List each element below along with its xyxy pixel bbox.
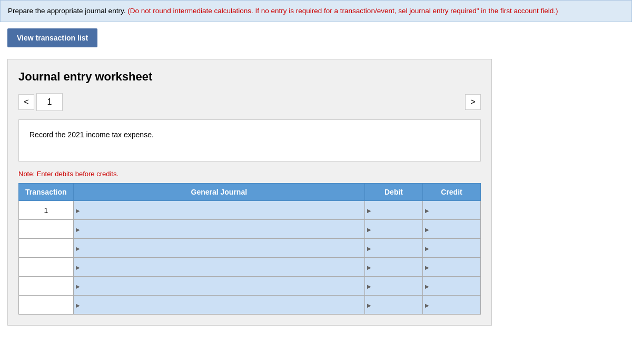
debit-cell[interactable] bbox=[365, 258, 423, 277]
transaction-cell bbox=[19, 258, 74, 277]
credit-cell[interactable] bbox=[423, 277, 481, 296]
toolbar: View transaction list bbox=[0, 22, 632, 54]
credit-cell[interactable] bbox=[423, 220, 481, 239]
general-journal-input[interactable] bbox=[74, 280, 364, 292]
col-header-transaction: Transaction bbox=[19, 184, 74, 201]
credit-input[interactable] bbox=[423, 242, 480, 254]
col-header-debit: Debit bbox=[365, 184, 423, 201]
table-row bbox=[19, 239, 481, 258]
credit-cell[interactable] bbox=[423, 296, 481, 315]
col-header-credit: Credit bbox=[423, 184, 481, 201]
general-journal-cell[interactable] bbox=[73, 296, 364, 315]
col-header-general-journal: General Journal bbox=[73, 184, 364, 201]
credit-cell[interactable] bbox=[423, 201, 481, 220]
table-row bbox=[19, 277, 481, 296]
instruction-main-text: Prepare the appropriate journal entry. bbox=[8, 7, 127, 15]
debit-input[interactable] bbox=[365, 204, 422, 216]
view-transaction-button[interactable]: View transaction list bbox=[7, 28, 97, 47]
prev-page-button[interactable]: < bbox=[18, 94, 34, 110]
table-row bbox=[19, 296, 481, 315]
credit-input[interactable] bbox=[423, 204, 480, 216]
current-page-box: 1 bbox=[36, 93, 63, 111]
table-row bbox=[19, 220, 481, 239]
credit-input[interactable] bbox=[423, 223, 480, 235]
general-journal-cell[interactable] bbox=[73, 220, 364, 239]
transaction-cell: 1 bbox=[19, 201, 74, 220]
general-journal-cell[interactable] bbox=[73, 258, 364, 277]
note-text: Note: Enter debits before credits. bbox=[18, 170, 481, 178]
debit-cell[interactable] bbox=[365, 201, 423, 220]
general-journal-input[interactable] bbox=[74, 242, 364, 254]
credit-input[interactable] bbox=[423, 261, 480, 273]
worksheet-title: Journal entry worksheet bbox=[18, 70, 481, 84]
general-journal-input[interactable] bbox=[74, 261, 364, 273]
debit-input[interactable] bbox=[365, 280, 422, 292]
credit-cell[interactable] bbox=[423, 239, 481, 258]
debit-cell[interactable] bbox=[365, 239, 423, 258]
journal-table: Transaction General Journal Debit Credit… bbox=[18, 183, 481, 315]
debit-input[interactable] bbox=[365, 242, 422, 254]
transaction-cell bbox=[19, 296, 74, 315]
next-page-button[interactable]: > bbox=[465, 94, 481, 110]
table-row bbox=[19, 258, 481, 277]
debit-cell[interactable] bbox=[365, 277, 423, 296]
debit-cell[interactable] bbox=[365, 220, 423, 239]
debit-input[interactable] bbox=[365, 299, 422, 311]
transaction-cell bbox=[19, 220, 74, 239]
record-description-text: Record the 2021 income tax expense. bbox=[29, 130, 154, 139]
general-journal-input[interactable] bbox=[74, 204, 364, 216]
general-journal-cell[interactable] bbox=[73, 239, 364, 258]
instruction-red-text: (Do not round intermediate calculations.… bbox=[127, 7, 558, 15]
general-journal-input[interactable] bbox=[74, 299, 364, 311]
credit-cell[interactable] bbox=[423, 258, 481, 277]
transaction-cell bbox=[19, 239, 74, 258]
instruction-bar: Prepare the appropriate journal entry. (… bbox=[0, 0, 632, 22]
debit-input[interactable] bbox=[365, 261, 422, 273]
general-journal-cell[interactable] bbox=[73, 201, 364, 220]
debit-input[interactable] bbox=[365, 223, 422, 235]
worksheet-container: Journal entry worksheet < 1 > Record the… bbox=[7, 59, 492, 326]
debit-cell[interactable] bbox=[365, 296, 423, 315]
transaction-cell bbox=[19, 277, 74, 296]
current-page-number: 1 bbox=[47, 97, 52, 107]
general-journal-cell[interactable] bbox=[73, 277, 364, 296]
credit-input[interactable] bbox=[423, 299, 480, 311]
record-description-box: Record the 2021 income tax expense. bbox=[18, 119, 481, 161]
nav-row: < 1 > bbox=[18, 93, 481, 111]
general-journal-input[interactable] bbox=[74, 223, 364, 235]
credit-input[interactable] bbox=[423, 280, 480, 292]
table-row: 1 bbox=[19, 201, 481, 220]
